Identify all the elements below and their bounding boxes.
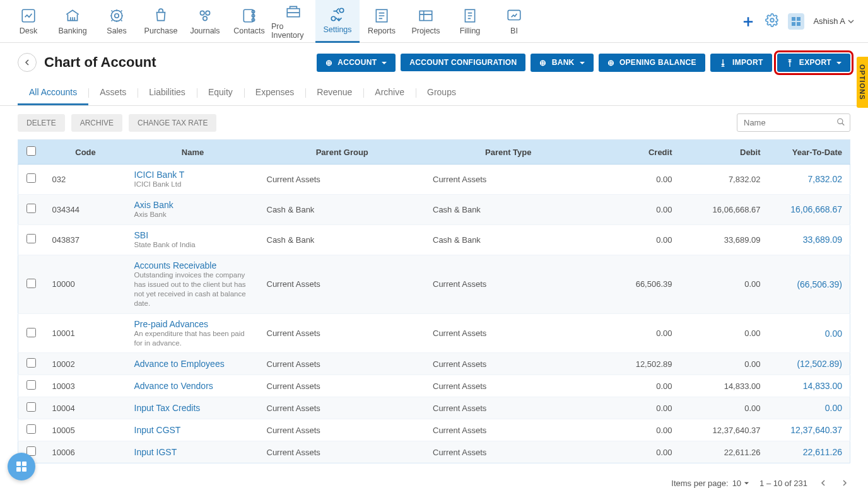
settings-gear-icon[interactable] — [765, 13, 779, 29]
cell-code: 10006 — [45, 441, 127, 463]
ytd-link[interactable]: 0.00 — [825, 328, 842, 339]
svg-rect-27 — [22, 467, 26, 472]
cell-parent-group: Current Assets — [259, 255, 426, 313]
ytd-link[interactable]: 14,833.00 — [803, 381, 842, 391]
archive-button[interactable]: ARCHIVE — [71, 114, 122, 132]
account-name-link[interactable]: Input Tax Credits — [134, 403, 252, 413]
col-code[interactable]: Code — [45, 140, 127, 165]
back-button[interactable] — [18, 53, 37, 72]
row-checkbox[interactable] — [26, 380, 36, 390]
svg-rect-14 — [419, 11, 432, 20]
import-button[interactable]: IMPORT — [710, 54, 772, 72]
account-name-link[interactable]: Advance to Employees — [134, 359, 252, 369]
ytd-link[interactable]: (12,502.89) — [797, 359, 842, 369]
tab-equity[interactable]: Equity — [197, 81, 244, 105]
ytd-link[interactable]: 33,689.09 — [803, 235, 842, 245]
cell-debit: 14,833.00 — [680, 375, 768, 397]
account-desc: An expenditure that has been paid for in… — [134, 329, 252, 348]
tab-groups[interactable]: Groups — [416, 81, 467, 105]
row-checkbox[interactable] — [26, 234, 36, 243]
ytd-link[interactable]: 7,832.02 — [808, 174, 843, 184]
cell-debit: 0.00 — [680, 313, 768, 353]
ytd-link[interactable]: 0.00 — [825, 403, 842, 413]
row-checkbox[interactable] — [26, 358, 36, 368]
nav-filling[interactable]: Filling — [448, 0, 492, 43]
account-name-link[interactable]: Axis Bank — [134, 200, 252, 210]
cell-debit: 7,832.02 — [680, 165, 768, 195]
col-parent-type[interactable]: Parent Type — [425, 140, 592, 165]
user-menu[interactable]: Ashish A — [813, 16, 854, 26]
cell-code: 10005 — [45, 419, 127, 441]
col-parent-group[interactable]: Parent Group — [259, 140, 426, 165]
nav-contacts[interactable]: Contacts — [227, 0, 271, 43]
delete-button[interactable]: DELETE — [18, 114, 65, 132]
row-checkbox[interactable] — [26, 173, 36, 183]
tab-all-accounts[interactable]: All Accounts — [18, 81, 88, 105]
nav-sales[interactable]: Sales — [95, 0, 139, 43]
table-row: 10002Advance to EmployeesCurrent AssetsC… — [18, 353, 850, 375]
row-checkbox[interactable] — [26, 204, 36, 213]
col-ytd[interactable]: Year-To-Date — [768, 140, 850, 165]
nav-projects[interactable]: Projects — [404, 0, 448, 43]
options-side-tab[interactable]: OPTIONS — [857, 57, 868, 108]
svg-point-4 — [206, 11, 210, 15]
ytd-link[interactable]: 16,06,668.67 — [790, 204, 842, 214]
col-debit[interactable]: Debit — [680, 140, 768, 165]
export-button[interactable]: EXPORT — [777, 54, 850, 72]
pro inventory-icon — [285, 3, 302, 20]
cell-credit: 0.00 — [592, 165, 680, 195]
account-name-link[interactable]: Accounts Receivable — [134, 260, 252, 270]
account-name-link[interactable]: ICICI Bank T — [134, 170, 252, 180]
row-checkbox[interactable] — [26, 402, 36, 412]
nav-purchase[interactable]: Purchase — [139, 0, 183, 43]
nav-pro-inventory[interactable]: Pro Inventory — [271, 0, 315, 43]
select-all-checkbox[interactable] — [26, 146, 36, 156]
cell-debit: 0.00 — [680, 397, 768, 419]
ytd-link[interactable]: 12,37,640.37 — [790, 425, 842, 435]
page-size-select[interactable]: 10 — [732, 479, 749, 488]
prev-page-button[interactable] — [818, 476, 829, 488]
row-checkbox[interactable] — [26, 279, 36, 288]
account-button[interactable]: ACCOUNT — [317, 54, 396, 72]
svg-point-1 — [115, 13, 119, 18]
next-page-button[interactable] — [839, 476, 850, 488]
row-checkbox[interactable] — [26, 328, 36, 337]
add-new-icon[interactable]: ＋ — [740, 10, 756, 32]
account-name-link[interactable]: SBI — [134, 230, 252, 240]
tab-assets[interactable]: Assets — [88, 81, 138, 105]
nav-journals[interactable]: Journals — [183, 0, 227, 43]
apps-grid-icon[interactable] — [788, 13, 804, 30]
change-tax-rate-button[interactable]: CHANGE TAX RATE — [129, 114, 216, 132]
nav-desk[interactable]: Desk — [6, 0, 50, 43]
bank-button[interactable]: BANK — [531, 54, 593, 72]
cell-code: 10004 — [45, 397, 127, 419]
nav-bi[interactable]: BI — [492, 0, 536, 43]
tab-expenses[interactable]: Expenses — [244, 81, 305, 105]
account-name-link[interactable]: Input CGST — [134, 425, 252, 435]
account-name-link[interactable]: Advance to Vendors — [134, 381, 252, 391]
account-name-link[interactable]: Pre-paid Advances — [134, 319, 252, 329]
cell-debit: 22,611.26 — [680, 441, 768, 463]
ytd-link[interactable]: (66,506.39) — [797, 279, 842, 289]
account-name-link[interactable]: Input IGST — [134, 447, 252, 457]
account-config-button[interactable]: ACCOUNT CONFIGURATION — [401, 54, 525, 71]
svg-rect-20 — [792, 22, 795, 26]
nav-banking[interactable]: Banking — [50, 0, 95, 43]
cell-code: 10003 — [45, 375, 127, 397]
tab-revenue[interactable]: Revenue — [305, 81, 363, 105]
purchase-icon — [153, 8, 169, 24]
col-credit[interactable]: Credit — [592, 140, 680, 165]
row-checkbox[interactable] — [26, 424, 36, 434]
tab-liabilities[interactable]: Liabilities — [138, 81, 197, 105]
search-input[interactable] — [737, 113, 850, 132]
opening-balance-button[interactable]: OPENING BALANCE — [599, 54, 705, 72]
filter-tabs: All AccountsAssetsLiabilitiesEquityExpen… — [0, 77, 868, 106]
tab-archive[interactable]: Archive — [363, 81, 416, 105]
nav-reports[interactable]: Reports — [360, 0, 404, 43]
floating-apps-button[interactable] — [8, 453, 35, 480]
nav-settings[interactable]: Settings — [315, 0, 360, 43]
col-name[interactable]: Name — [127, 140, 259, 165]
cell-code: 10000 — [45, 255, 127, 313]
cell-parent-group: Current Assets — [259, 165, 426, 195]
ytd-link[interactable]: 22,611.26 — [803, 447, 842, 457]
